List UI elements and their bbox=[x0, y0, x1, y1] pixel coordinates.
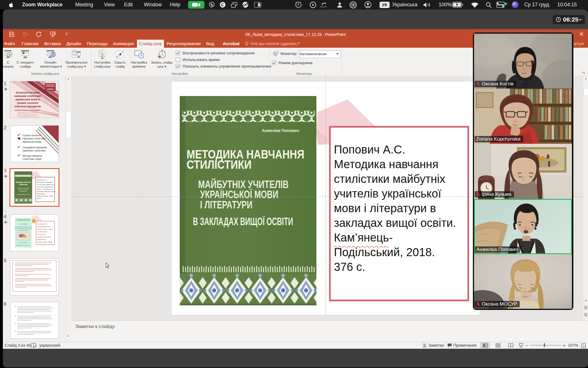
svg-text:Методи навчання: Методи навчання bbox=[22, 154, 42, 157]
svg-text:учителів української: учителів української bbox=[37, 186, 53, 188]
svg-text:ЛІНГВОДИДАКТИКА ВИЩОЇ ШКОЛИ:: ЛІНГВОДИДАКТИКА ВИЩОЇ ШКОЛИ: bbox=[14, 227, 32, 228]
svg-text:Актуальні питання: Актуальні питання bbox=[16, 91, 40, 94]
svg-text:навчання стилістики.: навчання стилістики. bbox=[22, 149, 46, 152]
svg-text:закладах вищої освіти.: закладах вищої освіти. bbox=[37, 190, 56, 192]
svg-text:української мови в: української мови в bbox=[16, 98, 40, 101]
svg-text:Подільський, 2022.: Подільський, 2022. bbox=[37, 241, 53, 243]
svg-text:Лінгводидактика: Лінгводидактика bbox=[37, 226, 51, 227]
svg-text:стилістики. Види: стилістики. Види bbox=[22, 158, 41, 160]
svg-text:Специфічні принципи: Специфічні принципи bbox=[22, 146, 47, 149]
svg-text:стилістики: стилістики bbox=[37, 233, 46, 235]
svg-text:Подільському, 2018.: Подільському, 2018. bbox=[37, 195, 53, 197]
svg-text:СТИЛІСТИКИ: СТИЛІСТИКИ bbox=[19, 184, 28, 185]
svg-text:УКРАЇНСЬКОЇ МОВИ: УКРАЇНСЬКОЇ МОВИ bbox=[18, 189, 28, 191]
svg-text:мови і літератури в: мови і літератури в bbox=[37, 188, 53, 190]
svg-text:освітньої парадигми: освітньої парадигми bbox=[14, 105, 41, 108]
svg-text:КАМ'ЯНЕЦЬ-ПОДІЛЬСЬКИЙ: КАМ'ЯНЕЦЬ-ПОДІЛЬСЬКИЙ bbox=[16, 245, 30, 246]
svg-text:до вивчення: до вивчення bbox=[37, 231, 47, 233]
svg-text:УКРАЇНСЬКОЇ МОВИ: УКРАЇНСЬКОЇ МОВИ bbox=[200, 189, 278, 200]
svg-text:української мови.: української мови. bbox=[37, 236, 51, 238]
svg-text:Методика навчання: Методика навчання bbox=[37, 181, 53, 183]
svg-text:І ЛІТЕРАТУРИ: І ЛІТЕРАТУРИ bbox=[200, 199, 252, 211]
svg-text:університету імені Івана Огієн: університету імені Івана Огієнка bbox=[19, 116, 37, 117]
svg-text:І ЛІТЕРАТУРИ: І ЛІТЕРАТУРИ bbox=[20, 191, 27, 192]
svg-text:навчання стилістики: навчання стилістики bbox=[14, 95, 41, 97]
svg-text:стилістики майбутніх: стилістики майбутніх bbox=[37, 183, 54, 185]
svg-text:376 с.: 376 с. bbox=[37, 197, 42, 199]
svg-text:МЕТОДИКА НАВЧАННЯ: МЕТОДИКА НАВЧАННЯ bbox=[16, 181, 31, 183]
svg-text:Сучасні аспекти: Сучасні аспекти bbox=[22, 134, 41, 137]
svg-text:умовах сучасної: умовах сучасної bbox=[17, 101, 38, 104]
svg-text:української мови.: української мови. bbox=[22, 140, 42, 143]
svg-text:вищої школи: уваги: вищої школи: уваги bbox=[37, 228, 53, 230]
svg-text:МАЙБУТНІХ УЧИТЕЛІВ: МАЙБУТНІХ УЧИТЕЛІВ bbox=[18, 187, 29, 189]
svg-text:КПНУ: КПНУ bbox=[47, 88, 53, 91]
svg-text:Попович А.С.: Попович А.С. bbox=[37, 223, 48, 225]
svg-text:Кам'янець-: Кам'янець- bbox=[37, 239, 46, 240]
svg-text:ПОПОВИЧ АНЖЕЛІКА СТАНІСЛАВІВНА: ПОПОВИЧ АНЖЕЛІКА СТАНІСЛАВІВНА, bbox=[15, 110, 40, 111]
svg-text:Попович А.С.: Попович А.С. bbox=[37, 179, 48, 181]
svg-text:УКРАЇНСЬКОЇ МОВИ: УКРАЇНСЬКОЇ МОВИ bbox=[18, 230, 28, 231]
svg-text:В ЗАКЛАДАХ ВИЩОЇ ОСВІТИ: В ЗАКЛАДАХ ВИЩОЇ ОСВІТИ bbox=[17, 194, 30, 195]
svg-text:СТИЛІСТИКИ: СТИЛІСТИКИ bbox=[187, 158, 252, 171]
svg-text:УВАГИ ДО ВИВЧЕННЯ СТИЛІСТИКИ: УВАГИ ДО ВИВЧЕННЯ СТИЛІСТИКИ bbox=[14, 228, 32, 229]
svg-text:А. С. ПОПОВИЧ: А. С. ПОПОВИЧ bbox=[19, 224, 27, 225]
svg-text:Анжеліка Попович: Анжеліка Попович bbox=[262, 128, 299, 133]
svg-text:Кам'янець-: Кам'янець- bbox=[37, 193, 46, 195]
svg-text:В ЗАКЛАДАХ ВИЩОЇ ОСВІТИ: В ЗАКЛАДАХ ВИЩОЇ ОСВІТИ bbox=[193, 216, 293, 227]
svg-text:навчання стилістики: навчання стилістики bbox=[22, 137, 45, 140]
